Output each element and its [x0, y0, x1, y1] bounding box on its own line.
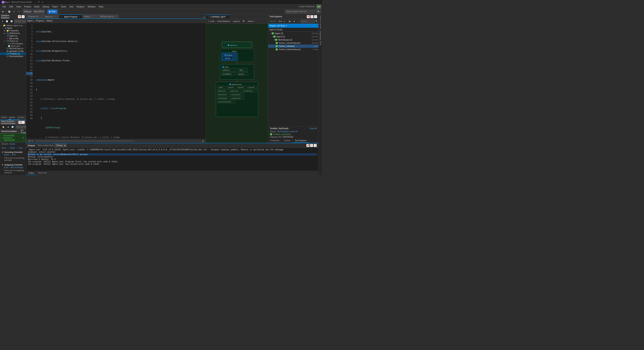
incoming-pull-link[interactable]: Pull	[12, 154, 16, 156]
menu-debug[interactable]: Debug	[41, 4, 50, 9]
tree-item-packages[interactable]: ▶ ⚙ packages.config	[0, 50, 26, 52]
filter-button[interactable]: ▦	[288, 19, 292, 23]
test-explorer-close[interactable]: ✕	[314, 15, 317, 18]
close-button[interactable]: ✕	[41, 0, 44, 4]
output-float[interactable]: ⬆	[310, 144, 313, 147]
menu-project[interactable]: Project	[22, 4, 32, 9]
tab-mytestcase[interactable]: MyTestCase.cs ✕	[98, 14, 119, 18]
minimize-button[interactable]: ─	[34, 0, 37, 4]
code-editor[interactable]: 1 2 3 4 5 6 7 8 9 10 11 12 13 14	[26, 23, 206, 139]
tab-solution-ex[interactable]: Solution Ex...	[8, 116, 17, 120]
tab-close-icon[interactable]: ✕	[115, 16, 117, 17]
quick-launch[interactable]: Quick Launch (Ctrl+Q) 🔍	[285, 10, 321, 14]
incoming-fetch-link[interactable]: Fetch	[4, 154, 9, 156]
sort-button[interactable]: ↕	[297, 19, 300, 23]
codemap-tab-close[interactable]: ✕	[226, 16, 228, 18]
team-refresh-button[interactable]: 🔄	[10, 125, 15, 129]
toolbar-redo[interactable]: ↪	[17, 9, 20, 14]
team-pin-button[interactable]: 📌	[18, 121, 22, 124]
menu-window[interactable]: Window	[86, 4, 97, 9]
tree-item-mytestcase[interactable]: ▶ C# MyTestCase.cs	[0, 47, 26, 50]
menu-file[interactable]: File	[1, 4, 8, 9]
platform-dropdown[interactable]: Any CPU ▾	[33, 9, 45, 14]
test-explorer-tab[interactable]: Test Explorer	[293, 139, 309, 143]
breadcrumb-main[interactable]: Main()	[47, 20, 52, 22]
menu-build[interactable]: Build	[33, 4, 41, 9]
menu-view[interactable]: View	[15, 4, 23, 9]
team-home-button[interactable]: 🏠	[1, 125, 6, 129]
tree-item-form1-resx[interactable]: ▶ 📄 Form1.resx	[0, 45, 26, 47]
test-search-input[interactable]	[300, 19, 314, 23]
toolbox-tab[interactable]: Toolbox	[282, 139, 293, 143]
tree-item-solution[interactable]: ▾ 📁 Solution 'Agent' (1 project)	[0, 24, 26, 27]
tree-item-program-cs[interactable]: ▶ C# Program.cs	[0, 52, 26, 55]
tree-item-references[interactable]: ▶ 📎 References	[0, 32, 26, 34]
tab-property-m[interactable]: Property M...	[17, 116, 26, 120]
test-item-mytestcase[interactable]: ▾ ✓ MyTestCase (3) 111 ms	[268, 38, 318, 41]
diagnostic-tools-label[interactable]: Diagnostic Tools	[318, 30, 322, 46]
outgoing-push-link[interactable]: Push	[4, 166, 9, 169]
branch-name[interactable]: master	[9, 143, 15, 145]
tree-item-reminder-model[interactable]: ▶ C# ReminderModel.cs	[0, 55, 26, 58]
share-btn[interactable]: Share ▾	[247, 19, 255, 23]
team-close-button[interactable]: ✕	[22, 121, 25, 124]
tree-item-properties[interactable]: ▶ 📁 Properties	[0, 29, 26, 32]
properties-tab[interactable]: Properties	[268, 139, 282, 143]
test-explorer-float[interactable]: ⬆	[310, 15, 314, 18]
breadcrumb-agent[interactable]: Agent	[27, 20, 32, 22]
test-item-agent-root[interactable]: ▾ ✓ Agent (3) 111 ms	[268, 32, 318, 35]
codemap-tab-active[interactable]: ⬡ CodeMap1.dgml* ✕	[206, 15, 230, 19]
tree-item-form1[interactable]: ▾ C# Form1.cs	[0, 40, 26, 42]
outgoing-view-link[interactable]: View Summary	[10, 166, 23, 169]
output-tab[interactable]: Output	[26, 171, 36, 175]
menu-help[interactable]: Help	[97, 4, 105, 9]
source-value[interactable]: MyTestCase.cs line 25	[277, 130, 298, 133]
undo-btn[interactable]: ↩ Undo	[207, 19, 216, 23]
tab-close-icon[interactable]: ✕	[54, 16, 56, 17]
show-related-btn[interactable]: Show Related ▾	[216, 19, 231, 23]
scroll-right-button[interactable]: ▶	[202, 140, 204, 142]
menu-analyze[interactable]: Analyze	[75, 4, 86, 9]
toolbar-save[interactable]: 💾	[7, 9, 12, 14]
show-all-files-button[interactable]: 📄	[5, 19, 9, 23]
panel-close-button[interactable]: ✕	[22, 15, 25, 18]
run-all-button[interactable]: Run All	[269, 19, 277, 23]
test-explorer-pin[interactable]: 📌	[307, 15, 310, 18]
tree-item-app-config[interactable]: ▶ ⚙ App.config	[0, 37, 26, 40]
dismiss-button[interactable]: ✕	[22, 137, 24, 139]
incoming-header[interactable]: ▼ Incoming Commits	[2, 150, 24, 154]
sync-link[interactable]: Sync	[2, 147, 6, 149]
start-button[interactable]: ▶ Start	[48, 9, 58, 14]
tab-github[interactable]: GitHub	[0, 116, 8, 120]
output-pin[interactable]: 📌	[306, 144, 310, 147]
menu-edit[interactable]: Edit	[8, 4, 15, 9]
tree-item-form1-designer[interactable]: ▶ C# Form1.Designer.cs	[0, 42, 26, 45]
fetch-link[interactable]: Fetch	[10, 147, 15, 149]
run-dropdown-button[interactable]: Run... ▾	[278, 19, 286, 23]
tab-agent-cs[interactable]: Agent.cs ✕	[43, 14, 59, 18]
config-dropdown[interactable]: Debug ▾	[23, 9, 32, 14]
tab-close-icon[interactable]: ✕	[78, 16, 80, 18]
refresh-button[interactable]: 🔄	[10, 19, 14, 23]
tab-agent-program[interactable]: ⬡ Agent.Program ✕	[59, 14, 82, 18]
toolbar-back[interactable]: ◀	[1, 9, 4, 14]
toolbar-undo[interactable]: ↩	[12, 9, 16, 14]
tab-main[interactable]: Main() ✕	[82, 14, 98, 18]
error-list-tab[interactable]: Error List	[36, 171, 49, 175]
code-map-content[interactable]: 🔷 Agent.exe Agent 🔷 Program 🔷 Main	[206, 24, 268, 143]
restore-button[interactable]: ❐	[37, 0, 40, 4]
tree-item-agent-cs[interactable]: ▶ C# Agent.cs	[0, 34, 26, 37]
panel-pin-button[interactable]: 📌	[18, 15, 21, 18]
zoom-btn[interactable]: 🔍	[242, 19, 246, 23]
outgoing-header[interactable]: ▼ Outgoing Commits	[2, 163, 24, 166]
playlist-dropdown[interactable]: ▾	[286, 25, 287, 27]
tab-program-cs[interactable]: Program.cs ✕	[26, 14, 43, 18]
menu-test[interactable]: Test	[68, 4, 75, 9]
zoom-level[interactable]: 108 %	[28, 140, 34, 142]
test-item-agent-1[interactable]: ▾ ✓ Agent (3) 111 ms	[268, 35, 318, 38]
layout-btn[interactable]: Layout ▾	[232, 19, 241, 23]
tab-close-icon[interactable]: ✕	[91, 16, 93, 17]
group-button[interactable]: ⊞	[292, 19, 296, 23]
test-item-testno1[interactable]: ✓ TestNo1_SelectDatabase() 110 ms	[268, 41, 318, 45]
copy-all-link[interactable]: Copy All	[309, 127, 317, 130]
